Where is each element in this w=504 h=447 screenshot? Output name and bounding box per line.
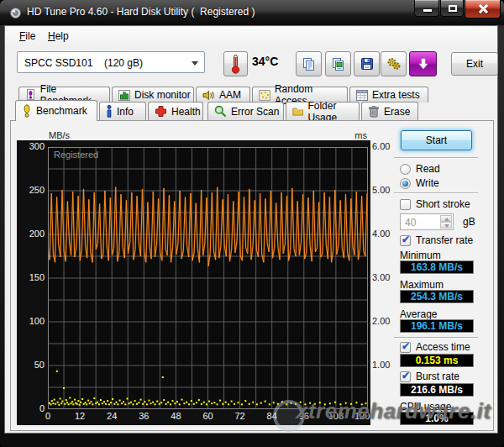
save-button[interactable]: [354, 51, 380, 76]
axis-tick-label: 6.00: [372, 141, 390, 151]
temperature-value: 34°C: [252, 55, 278, 68]
capture-button[interactable]: [409, 51, 437, 76]
registered-watermark: Registered: [54, 150, 98, 160]
down-arrow-icon: [417, 57, 430, 71]
axis-tick-label: 108: [328, 411, 344, 421]
y-axis-right-unit: ms: [336, 130, 367, 140]
transfer-rate-label: Transfer rate: [416, 234, 473, 246]
short-stroke-row[interactable]: Short stroke: [400, 198, 470, 210]
burst-rate-row[interactable]: Burst rate: [400, 371, 459, 382]
chevron-down-icon: [192, 61, 198, 66]
read-radio[interactable]: [400, 164, 411, 175]
start-button[interactable]: Start: [401, 130, 472, 150]
speaker-icon: [202, 90, 215, 101]
short-stroke-label: Short stroke: [416, 198, 470, 210]
exit-label: Exit: [466, 58, 483, 70]
health-cross-icon: [155, 105, 167, 118]
minimize-icon: [423, 9, 432, 12]
random-access-icon: [259, 90, 270, 101]
axis-tick-label: 12: [75, 411, 85, 421]
app-icon: [9, 7, 22, 19]
axis-tick-label: 200: [17, 229, 45, 239]
tab-erase[interactable]: Erase: [361, 102, 418, 120]
axis-tick-label: 50: [17, 360, 45, 370]
magnifier-icon: [214, 105, 227, 118]
axis-tick-label: 2.00: [372, 316, 390, 326]
short-stroke-checkbox[interactable]: [400, 199, 411, 210]
tab-extra-tests[interactable]: Extra tests: [349, 87, 428, 103]
tab-info[interactable]: Info: [99, 102, 146, 120]
maximize-icon: [449, 5, 457, 12]
short-stroke-unit: gB: [463, 216, 475, 228]
write-radio[interactable]: [400, 178, 411, 189]
axis-tick-label: 84: [267, 411, 277, 421]
trash-icon: [368, 105, 380, 118]
axis-tick-label: 3.00: [372, 272, 390, 282]
copy-results-button[interactable]: [325, 51, 351, 76]
start-label: Start: [426, 134, 447, 146]
close-button[interactable]: [465, 0, 501, 18]
spinner-down-icon[interactable]: [440, 222, 452, 229]
drive-model: SPCC SSD101: [24, 57, 92, 69]
axis-tick-label: 5.00: [372, 185, 390, 195]
info-icon: [106, 105, 113, 118]
axis-tick-label: 24: [107, 411, 117, 421]
minimum-value: 163.8 MB/s: [400, 260, 474, 274]
minimize-button[interactable]: [414, 0, 439, 17]
tab-aam[interactable]: AAM: [196, 87, 250, 103]
tab-folder-usage[interactable]: Folder Usage: [286, 102, 360, 120]
benchmark-plot: [48, 147, 368, 409]
exit-button[interactable]: Exit: [451, 52, 498, 76]
maximize-button[interactable]: [440, 0, 464, 17]
drive-capacity: (120 gB): [104, 57, 143, 69]
options-button[interactable]: [381, 51, 407, 76]
write-radio-row[interactable]: Write: [400, 177, 439, 189]
copy-results-icon: [331, 57, 345, 71]
burst-rate-label: Burst rate: [416, 371, 459, 382]
app-window: HD Tune Pro 4.60 - Hard Disk Utility ( R…: [0, 0, 504, 447]
menu-file[interactable]: File: [13, 27, 41, 45]
tab-label: Disk monitor: [134, 89, 191, 101]
access-time-checkbox[interactable]: [400, 342, 411, 353]
read-radio-row[interactable]: Read: [400, 163, 440, 175]
axis-tick-label: 1.00: [372, 360, 390, 370]
short-stroke-spinner[interactable]: 40: [400, 213, 454, 230]
save-icon: [360, 57, 374, 71]
axis-tick-label: 72: [234, 411, 244, 421]
short-stroke-value: 40: [405, 217, 416, 229]
spinner-up-icon[interactable]: [440, 215, 452, 222]
axis-tick-label: 96: [299, 411, 309, 421]
minimum-label: Minimum: [400, 250, 441, 261]
tab-health[interactable]: Health: [148, 102, 203, 120]
copy-button[interactable]: [296, 51, 322, 76]
y-axis-left-unit: MB/s: [49, 130, 70, 140]
transfer-rate-row[interactable]: Transfer rate: [400, 234, 473, 246]
tab-benchmark[interactable]: Benchmark: [15, 100, 97, 121]
thermometer-icon: [230, 54, 241, 74]
close-icon: [478, 3, 489, 14]
average-label: Average: [400, 308, 437, 320]
tab-error-scan[interactable]: Error Scan: [207, 102, 284, 120]
separator: [394, 192, 478, 194]
drive-select-dropdown[interactable]: SPCC SSD101 (120 gB): [17, 51, 205, 73]
transfer-rate-checkbox[interactable]: [400, 235, 411, 246]
burst-rate-value: 216.6 MB/s: [400, 383, 474, 397]
temperature-button[interactable]: [223, 51, 248, 76]
menu-bar: File Help: [5, 27, 497, 45]
access-time-value: 0.153 ms: [400, 354, 474, 367]
burst-rate-checkbox[interactable]: [400, 371, 411, 382]
window-title: HD Tune Pro 4.60 - Hard Disk Utility ( R…: [27, 0, 255, 24]
title-bar[interactable]: HD Tune Pro 4.60 - Hard Disk Utility ( R…: [0, 0, 504, 25]
tab-label: Error Scan: [231, 106, 279, 118]
tab-label: Extra tests: [372, 89, 420, 101]
tab-label: AAM: [219, 89, 241, 101]
axis-tick-label: 36: [139, 411, 149, 421]
axis-tick-label: 100: [17, 316, 45, 326]
separator: [394, 337, 478, 339]
tab-disk-monitor[interactable]: Disk monitor: [112, 87, 194, 103]
access-time-row[interactable]: Access time: [400, 341, 470, 353]
read-label: Read: [416, 163, 440, 175]
menu-help[interactable]: Help: [42, 27, 75, 45]
cpu-usage-label: CPU usage: [400, 401, 451, 413]
folder-icon: [292, 106, 303, 117]
